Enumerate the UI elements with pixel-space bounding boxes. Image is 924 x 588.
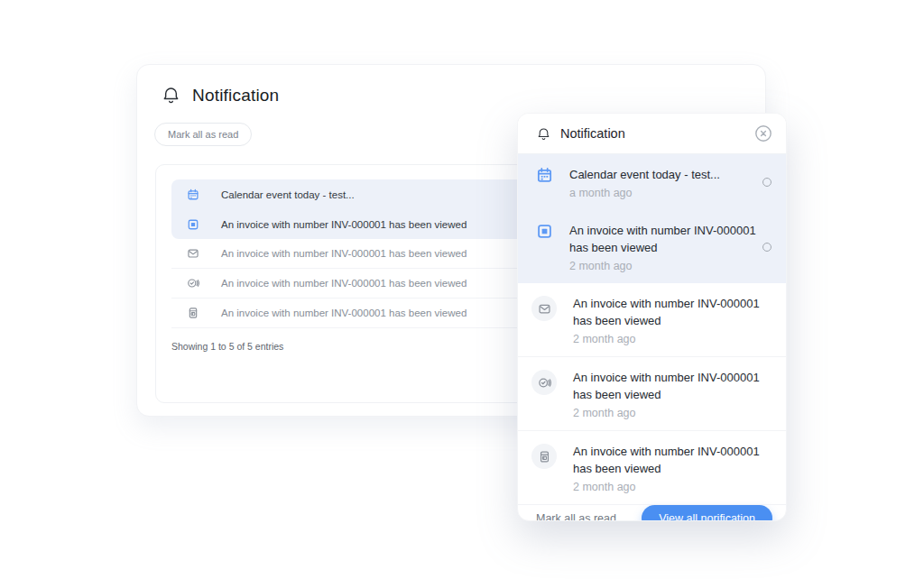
notification-text: An invoice with number INV-000001 has be… — [221, 308, 467, 318]
close-icon[interactable] — [754, 124, 772, 142]
notification-item[interactable]: An invoice with number INV-000001 has be… — [518, 431, 786, 505]
notification-text: An invoice with number INV-000001 has be… — [221, 248, 467, 259]
coin-check-icon — [531, 370, 557, 395]
notification-title: An invoice with number INV-000001 has be… — [573, 443, 770, 477]
popover-title: Notification — [560, 126, 754, 141]
notification-timestamp: 2 month ago — [573, 333, 773, 345]
page-header: Notification — [161, 85, 279, 106]
notification-item[interactable]: An invoice with number INV-000001 has be… — [518, 210, 786, 283]
bell-icon — [161, 85, 181, 106]
notification-text: An invoice with number INV-000001 has be… — [221, 219, 467, 230]
popover-header: Notification — [518, 114, 786, 154]
notification-text: An invoice with number INV-000001 has be… — [221, 278, 467, 289]
bell-icon — [536, 126, 551, 142]
notification-title: An invoice with number INV-000001 has be… — [569, 222, 766, 256]
notification-popover: Notification Calendar — [517, 113, 787, 521]
mark-all-read-link[interactable]: Mark all as read — [536, 512, 616, 522]
notification-title: An invoice with number INV-000001 has be… — [573, 369, 770, 403]
notification-timestamp: 2 month ago — [573, 481, 773, 493]
notification-timestamp: 2 month ago — [569, 260, 773, 272]
notification-item[interactable]: An invoice with number INV-000001 has be… — [518, 283, 786, 357]
calendar-icon — [536, 166, 566, 199]
notification-title: An invoice with number INV-000001 has be… — [573, 295, 770, 329]
notification-text: Calendar event today - test... — [221, 189, 355, 200]
calendar-icon — [187, 188, 199, 201]
notification-item[interactable]: An invoice with number INV-000001 has be… — [518, 357, 786, 431]
unread-indicator[interactable] — [762, 178, 772, 187]
view-all-notifications-button[interactable]: View all norification — [642, 505, 772, 521]
invoice-icon — [187, 218, 199, 231]
notification-timestamp: 2 month ago — [573, 407, 773, 419]
page-title: Notification — [192, 86, 279, 106]
mail-icon — [187, 247, 199, 260]
popover-footer: Mark all as read View all norification — [518, 505, 786, 521]
unread-indicator[interactable] — [762, 243, 772, 252]
cash-register-icon — [531, 444, 557, 469]
mail-icon — [531, 296, 557, 321]
invoice-icon — [536, 222, 566, 272]
mark-all-read-button[interactable]: Mark all as read — [154, 123, 252, 146]
screenshot-canvas: Notification Mark all as read — [0, 0, 924, 588]
notification-item[interactable]: Calendar event today - test... a month a… — [518, 154, 786, 210]
cash-register-icon — [187, 307, 199, 319]
notification-title: Calendar event today - test... — [569, 166, 766, 183]
notification-timestamp: a month ago — [569, 187, 773, 199]
coin-check-icon — [187, 277, 199, 289]
